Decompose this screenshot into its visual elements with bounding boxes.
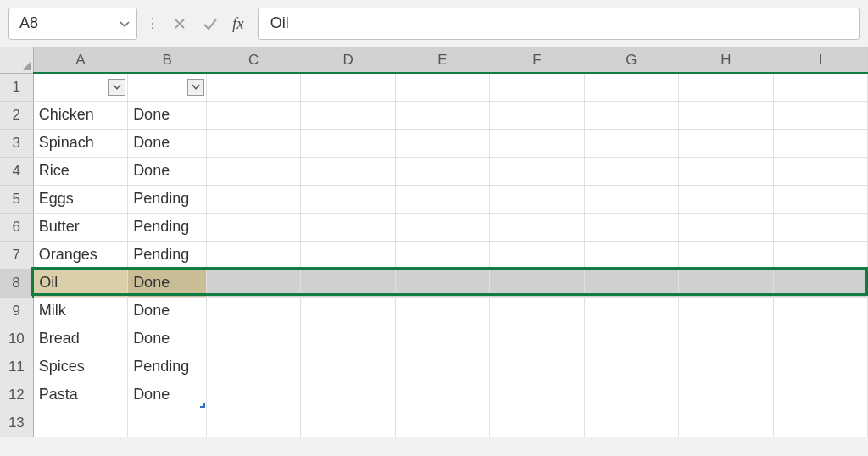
cell-F2[interactable] bbox=[490, 101, 584, 129]
cell-H12[interactable] bbox=[679, 381, 773, 409]
cell-A12[interactable]: Pasta bbox=[33, 381, 127, 409]
cell-E5[interactable] bbox=[395, 185, 489, 213]
cell-B11[interactable]: Pending bbox=[128, 353, 207, 381]
cell-B6[interactable]: Pending bbox=[128, 213, 207, 241]
row-header-6[interactable]: 6 bbox=[0, 213, 33, 241]
cell-I4[interactable] bbox=[773, 157, 868, 185]
row-header-9[interactable]: 9 bbox=[0, 297, 33, 325]
cell-B3[interactable]: Done bbox=[128, 129, 207, 157]
cell-B2[interactable]: Done bbox=[128, 101, 207, 129]
cell-H10[interactable] bbox=[679, 325, 773, 353]
cell-D9[interactable] bbox=[301, 297, 395, 325]
cell-I1[interactable] bbox=[773, 73, 868, 101]
cell-B4[interactable]: Done bbox=[128, 157, 207, 185]
column-header-F[interactable]: F bbox=[490, 47, 584, 73]
cell-H7[interactable] bbox=[679, 241, 773, 269]
cell-E13[interactable] bbox=[395, 409, 489, 437]
cell-C4[interactable] bbox=[206, 157, 300, 185]
cell-H8[interactable] bbox=[679, 269, 773, 297]
row-header-10[interactable]: 10 bbox=[0, 325, 33, 353]
cell-I5[interactable] bbox=[773, 185, 868, 213]
filter-button-status[interactable] bbox=[187, 79, 204, 96]
cell-F6[interactable] bbox=[490, 213, 584, 241]
cell-F9[interactable] bbox=[490, 297, 584, 325]
cell-A9[interactable]: Milk bbox=[33, 297, 127, 325]
cell-C5[interactable] bbox=[206, 185, 300, 213]
filter-button-item[interactable] bbox=[108, 79, 125, 96]
cell-E6[interactable] bbox=[395, 213, 489, 241]
cell-A2[interactable]: Chicken bbox=[33, 101, 127, 129]
name-box-chevron-icon[interactable] bbox=[120, 14, 130, 32]
cell-F13[interactable] bbox=[490, 409, 584, 437]
cell-E8[interactable] bbox=[395, 269, 489, 297]
cell-I12[interactable] bbox=[773, 381, 868, 409]
cell-D12[interactable] bbox=[301, 381, 395, 409]
cell-G11[interactable] bbox=[584, 353, 678, 381]
cell-H9[interactable] bbox=[679, 297, 773, 325]
cell-D3[interactable] bbox=[301, 129, 395, 157]
cell-I13[interactable] bbox=[773, 409, 868, 437]
cell-F8[interactable] bbox=[490, 269, 584, 297]
column-header-B[interactable]: B bbox=[128, 47, 207, 73]
cell-E11[interactable] bbox=[395, 353, 489, 381]
column-header-C[interactable]: C bbox=[206, 47, 300, 73]
cell-E12[interactable] bbox=[395, 381, 489, 409]
cell-D4[interactable] bbox=[301, 157, 395, 185]
cell-I10[interactable] bbox=[773, 325, 868, 353]
column-header-D[interactable]: D bbox=[301, 47, 395, 73]
cell-D5[interactable] bbox=[301, 185, 395, 213]
cell-E9[interactable] bbox=[395, 297, 489, 325]
cell-D11[interactable] bbox=[301, 353, 395, 381]
cell-C3[interactable] bbox=[206, 129, 300, 157]
cell-I11[interactable] bbox=[773, 353, 868, 381]
cell-I3[interactable] bbox=[773, 129, 868, 157]
cell-F12[interactable] bbox=[490, 381, 584, 409]
row-header-13[interactable]: 13 bbox=[0, 409, 33, 437]
cell-C8[interactable] bbox=[206, 269, 300, 297]
row-header-3[interactable]: 3 bbox=[0, 129, 33, 157]
cell-G2[interactable] bbox=[584, 101, 678, 129]
cell-B1[interactable]: Status bbox=[128, 73, 207, 101]
cell-D2[interactable] bbox=[301, 101, 395, 129]
cell-I2[interactable] bbox=[773, 101, 868, 129]
cell-E7[interactable] bbox=[395, 241, 489, 269]
cell-H4[interactable] bbox=[679, 157, 773, 185]
cell-A13[interactable] bbox=[33, 409, 127, 437]
cell-A4[interactable]: Rice bbox=[33, 157, 127, 185]
cell-G1[interactable] bbox=[584, 73, 678, 101]
cell-E10[interactable] bbox=[395, 325, 489, 353]
cell-C13[interactable] bbox=[206, 409, 300, 437]
cell-F3[interactable] bbox=[490, 129, 584, 157]
cell-G9[interactable] bbox=[584, 297, 678, 325]
cell-I7[interactable] bbox=[773, 241, 868, 269]
cell-D1[interactable] bbox=[301, 73, 395, 101]
cell-C9[interactable] bbox=[206, 297, 300, 325]
cell-D7[interactable] bbox=[301, 241, 395, 269]
cell-I6[interactable] bbox=[773, 213, 868, 241]
cell-C7[interactable] bbox=[206, 241, 300, 269]
cell-D10[interactable] bbox=[301, 325, 395, 353]
cell-G13[interactable] bbox=[584, 409, 678, 437]
cell-A3[interactable]: Spinach bbox=[33, 129, 127, 157]
cell-C2[interactable] bbox=[206, 101, 300, 129]
grid-area[interactable]: ABCDEFGHI1ItemStatus2ChickenDone3Spinach… bbox=[0, 47, 868, 437]
cell-C11[interactable] bbox=[206, 353, 300, 381]
row-header-8[interactable]: 8 bbox=[0, 269, 33, 297]
cell-F7[interactable] bbox=[490, 241, 584, 269]
fx-icon[interactable]: fx bbox=[229, 14, 251, 33]
row-header-11[interactable]: 11 bbox=[0, 353, 33, 381]
table-corner-marker[interactable] bbox=[200, 403, 205, 408]
name-box[interactable]: A8 bbox=[8, 8, 137, 40]
row-header-5[interactable]: 5 bbox=[0, 185, 33, 213]
cell-H1[interactable] bbox=[679, 73, 773, 101]
cell-G6[interactable] bbox=[584, 213, 678, 241]
cell-C6[interactable] bbox=[206, 213, 300, 241]
cell-B9[interactable]: Done bbox=[128, 297, 207, 325]
cell-D13[interactable] bbox=[301, 409, 395, 437]
select-all-corner[interactable] bbox=[0, 47, 33, 73]
formula-bar-handle-icon[interactable]: ⋮ bbox=[144, 15, 161, 31]
formula-input[interactable]: Oil bbox=[258, 8, 860, 40]
cell-C12[interactable] bbox=[206, 381, 300, 409]
cell-H5[interactable] bbox=[679, 185, 773, 213]
cell-E2[interactable] bbox=[395, 101, 489, 129]
